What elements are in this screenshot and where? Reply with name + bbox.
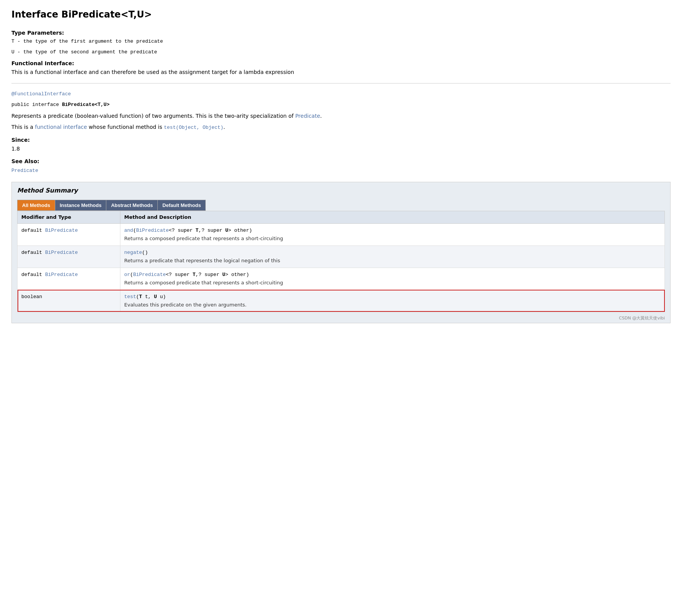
method-name-link[interactable]: test	[124, 294, 136, 300]
method-table: Modifier and Type Method and Description…	[17, 211, 665, 312]
method-sig: ()	[142, 250, 148, 255]
col-modifier: Modifier and Type	[18, 211, 120, 224]
method-name-link[interactable]: or	[124, 272, 130, 278]
method-param-link[interactable]: BiPredicate	[136, 228, 169, 233]
modifier-link[interactable]: BiPredicate	[45, 250, 78, 255]
modifier-cell: default BiPredicate	[18, 268, 120, 290]
modifier-text: default	[21, 228, 45, 233]
method-sig-rest: <? super T,? super U> other)	[169, 228, 252, 233]
type-parameters-label: Type Parameters:	[11, 29, 671, 37]
modifier-text: default	[21, 272, 45, 278]
method-cell: and(BiPredicate<? super T,? super U> oth…	[120, 223, 665, 245]
type-param-u: U - the type of the second argument the …	[11, 48, 671, 56]
method-param-link[interactable]: BiPredicate	[133, 272, 166, 278]
method-desc: Returns a predicate that represents the …	[124, 257, 661, 265]
desc1-text: Represents a predicate (boolean-valued f…	[11, 113, 295, 119]
tab-instance-methods[interactable]: Instance Methods	[55, 200, 107, 211]
method-desc: Evaluates this predicate on the given ar…	[124, 301, 661, 309]
modifier-link[interactable]: BiPredicate	[45, 228, 78, 233]
desc2-end: .	[223, 124, 225, 130]
modifier-cell: default BiPredicate	[18, 223, 120, 245]
see-also-link[interactable]: Predicate	[11, 168, 38, 173]
divider	[11, 83, 671, 83]
table-row: booleantest(T t, U u)Evaluates this pred…	[18, 290, 665, 312]
table-row: default BiPredicateor(BiPredicate<? supe…	[18, 268, 665, 290]
page-title: Interface BiPredicate<T,U>	[11, 8, 671, 21]
modifier-link[interactable]: BiPredicate	[45, 272, 78, 278]
method-summary-box: Method Summary All Methods Instance Meth…	[11, 182, 671, 323]
method-cell: or(BiPredicate<? super T,? super U> othe…	[120, 268, 665, 290]
see-also-label: See Also:	[11, 157, 671, 165]
method-name-link[interactable]: and	[124, 228, 133, 233]
interface-declaration: public interface BiPredicate<T,U>	[11, 101, 671, 109]
since-label: Since:	[11, 136, 671, 144]
since-value: 1.8	[11, 145, 671, 153]
functional-link[interactable]: functional interface	[35, 124, 87, 130]
watermark: CSDN @大翼炫天使vibi	[17, 315, 665, 323]
interface-decl-prefix: public interface	[11, 102, 62, 107]
desc1-end: .	[320, 113, 322, 119]
method-tabs: All Methods Instance Methods Abstract Me…	[17, 200, 665, 211]
modifier-cell: default BiPredicate	[18, 245, 120, 268]
description-2: This is a functional interface whose fun…	[11, 123, 671, 132]
test-object-link[interactable]: test(Object, Object)	[164, 125, 223, 130]
functional-interface-desc: This is a functional interface and can t…	[11, 68, 671, 76]
method-summary-title: Method Summary	[17, 186, 665, 195]
annotation: @FunctionalInterface	[11, 90, 671, 98]
modifier-text: boolean	[21, 294, 42, 300]
tab-all-methods[interactable]: All Methods	[17, 200, 55, 211]
predicate-link[interactable]: Predicate	[295, 113, 320, 119]
method-desc: Returns a composed predicate that repres…	[124, 279, 661, 287]
col-method: Method and Description	[120, 211, 665, 224]
modifier-cell: boolean	[18, 290, 120, 312]
desc2-mid: whose functional method is	[87, 124, 164, 130]
method-desc: Returns a composed predicate that repres…	[124, 235, 661, 242]
method-cell: negate()Returns a predicate that represe…	[120, 245, 665, 268]
desc2-prefix: This is a	[11, 124, 35, 130]
since-block: Since: 1.8	[11, 136, 671, 153]
method-name-link[interactable]: negate	[124, 250, 142, 255]
method-cell: test(T t, U u)Evaluates this predicate o…	[120, 290, 665, 312]
table-header-row: Modifier and Type Method and Description	[18, 211, 665, 224]
table-row: default BiPredicateand(BiPredicate<? sup…	[18, 223, 665, 245]
method-sig: (T t, U u)	[136, 294, 166, 300]
type-param-t: T - the type of the first argument to th…	[11, 38, 671, 45]
tab-default-methods[interactable]: Default Methods	[158, 200, 206, 211]
functional-interface-label: Functional Interface:	[11, 59, 671, 67]
interface-decl-name: BiPredicate<T,U>	[62, 102, 110, 107]
see-also-block: See Also: Predicate	[11, 157, 671, 175]
description-1: Represents a predicate (boolean-valued f…	[11, 112, 671, 120]
method-sig-rest: <? super T,? super U> other)	[166, 272, 249, 278]
modifier-text: default	[21, 250, 45, 255]
table-row: default BiPredicatenegate()Returns a pre…	[18, 245, 665, 268]
tab-abstract-methods[interactable]: Abstract Methods	[106, 200, 158, 211]
